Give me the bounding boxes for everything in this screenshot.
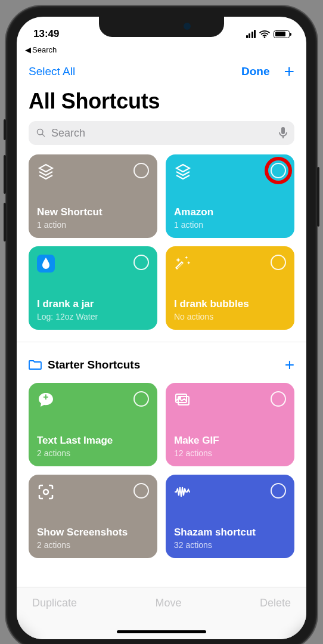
page-title: All Shortcuts — [17, 85, 306, 121]
select-circle[interactable] — [133, 255, 149, 270]
card-title: Show Screenshots — [37, 527, 149, 538]
water-icon — [37, 255, 55, 273]
move-button[interactable]: Move — [156, 597, 182, 609]
cellular-signal-icon — [246, 30, 256, 38]
shortcut-card-show-screenshots[interactable]: Show Screenshots 2 actions — [29, 475, 157, 558]
done-button[interactable]: Done — [241, 65, 270, 78]
folder-icon — [29, 360, 42, 370]
card-title: Text Last Image — [37, 435, 149, 447]
select-circle[interactable] — [133, 391, 149, 407]
search-placeholder: Search — [51, 127, 274, 140]
card-title: Amazon — [174, 206, 286, 218]
card-subtitle: No actions — [174, 312, 286, 321]
chat-icon: + — [37, 391, 55, 409]
select-circle[interactable] — [133, 163, 149, 178]
section-header: Starter Shortcuts + — [17, 342, 306, 383]
shortcuts-grid: New Shortcut 1 action Amazon 1 action — [17, 154, 306, 330]
card-subtitle: 1 action — [174, 220, 286, 230]
search-input[interactable]: Search — [29, 121, 294, 145]
mic-icon[interactable] — [279, 127, 287, 139]
card-title: I drank bubbles — [174, 298, 286, 310]
card-subtitle: 32 actions — [174, 540, 286, 550]
card-title: Make GIF — [174, 435, 286, 447]
phone-frame: 13:49 ◀ Search Select All Done + All Sho… — [6, 6, 317, 644]
shortcut-card-shazam[interactable]: Shazam shortcut 32 actions — [166, 475, 294, 558]
home-indicator[interactable] — [117, 630, 206, 633]
card-subtitle: 1 action — [37, 220, 149, 230]
duplicate-button[interactable]: Duplicate — [32, 597, 77, 609]
shortcut-card-new-shortcut[interactable]: New Shortcut 1 action — [29, 154, 157, 238]
back-to-search[interactable]: ◀ Search — [17, 43, 306, 54]
section-title: Starter Shortcuts — [48, 358, 140, 371]
search-icon — [36, 128, 46, 138]
svg-text:+: + — [43, 392, 48, 402]
card-subtitle: 12 actions — [174, 448, 286, 458]
shortcut-card-drank-jar[interactable]: I drank a jar Log: 12oz Water — [29, 246, 157, 330]
capture-icon — [37, 483, 55, 501]
add-starter-button[interactable]: + — [285, 355, 294, 374]
back-chevron-icon: ◀ — [25, 45, 31, 54]
card-subtitle: 2 actions — [37, 540, 149, 550]
stack-icon — [37, 163, 55, 181]
card-subtitle: 2 actions — [37, 448, 149, 458]
bottom-toolbar: Duplicate Move Delete — [17, 587, 306, 639]
select-circle[interactable] — [271, 391, 286, 407]
svg-rect-3 — [176, 394, 187, 402]
stack-icon — [174, 163, 192, 181]
shortcut-card-make-gif[interactable]: Make GIF 12 actions — [166, 383, 294, 466]
starter-grid: + Text Last Image 2 actions Make — [17, 383, 306, 558]
delete-button[interactable]: Delete — [260, 597, 291, 609]
images-icon — [174, 391, 192, 409]
svg-point-5 — [44, 490, 48, 494]
select-all-button[interactable]: Select All — [29, 65, 75, 78]
card-title: Shazam shortcut — [174, 527, 286, 538]
card-title: New Shortcut — [37, 206, 149, 218]
highlight-ring — [265, 157, 292, 184]
add-shortcut-button[interactable]: + — [284, 63, 294, 80]
status-time: 13:49 — [33, 28, 93, 40]
battery-icon — [274, 30, 290, 38]
notch — [99, 17, 224, 37]
card-title: I drank a jar — [37, 298, 149, 310]
screen: 13:49 ◀ Search Select All Done + All Sho… — [17, 17, 306, 639]
shortcut-card-drank-bubbles[interactable]: I drank bubbles No actions — [166, 246, 294, 330]
shortcut-card-text-last-image[interactable]: + Text Last Image 2 actions — [29, 383, 157, 466]
select-circle[interactable] — [271, 483, 286, 499]
wand-icon — [174, 255, 192, 273]
select-circle[interactable] — [271, 255, 286, 270]
back-label: Search — [32, 45, 57, 54]
select-circle[interactable] — [133, 483, 149, 499]
nav-bar: Select All Done + — [17, 54, 306, 85]
shortcut-card-amazon[interactable]: Amazon 1 action — [166, 154, 294, 238]
wave-icon — [174, 483, 192, 501]
card-subtitle: Log: 12oz Water — [37, 312, 149, 321]
wifi-icon — [259, 30, 270, 38]
